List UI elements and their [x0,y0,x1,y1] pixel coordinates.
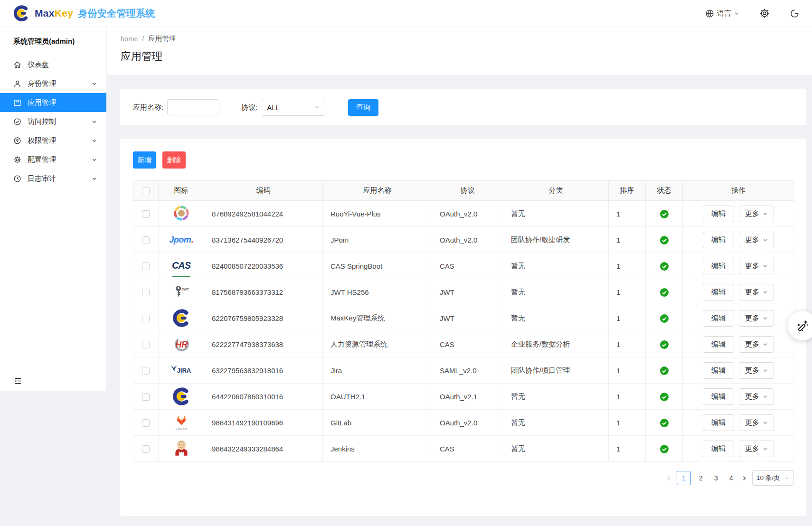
sidebar-item-audit-logs[interactable]: 日志审计 [0,169,106,188]
magic-wand-icon [796,319,809,332]
more-button[interactable]: 更多 [739,310,774,327]
more-button[interactable]: 更多 [739,362,774,379]
pagination-page-4[interactable]: 4 [726,474,736,482]
more-button[interactable]: 更多 [739,336,774,353]
edit-button[interactable]: 编辑 [703,414,734,431]
sidebar-item-configuration[interactable]: 配置管理 [0,150,106,169]
brand-max: Max [35,8,55,19]
row-checkbox[interactable] [142,315,150,322]
sidebar-item-applications[interactable]: 应用管理 [0,93,106,112]
row-checkbox[interactable] [142,263,150,270]
app-sort: 1 [609,279,646,305]
permission-icon [13,137,21,145]
edit-button[interactable]: 编辑 [703,284,734,301]
search-button[interactable]: 查询 [348,99,378,116]
more-button[interactable]: 更多 [739,232,774,248]
row-checkbox[interactable] [142,236,150,244]
row-checkbox[interactable] [142,419,150,427]
sidebar-item-dashboard[interactable]: 仪表盘 [0,55,106,74]
row-checkbox[interactable] [142,341,150,348]
row-checkbox[interactable] [142,445,150,453]
sidebar-item-identity[interactable]: 身份管理 [0,74,106,93]
sidebar-item-label: 仪表盘 [28,60,49,69]
sidebar-item-permissions[interactable]: 权限管理 [0,131,106,150]
edit-button[interactable]: 编辑 [703,232,734,248]
table-row: JWT 817568793663373312 JWT HS256 JWT 暂无 … [133,279,794,305]
table-row: JIRA 632279563832918016 Jira SAML_v2.0 团… [133,357,794,384]
pagination-prev-icon[interactable] [666,475,672,481]
menu-fold-icon[interactable] [13,376,106,385]
more-button[interactable]: 更多 [739,414,774,431]
select-all-header [133,181,159,201]
row-checkbox[interactable] [142,289,150,296]
page-size-value: 10 条/页 [756,474,780,482]
more-button[interactable]: 更多 [739,441,774,457]
status-enabled-icon [660,236,669,244]
jira-logo-icon: JIRA [169,359,194,381]
pagination-page-1[interactable]: 1 [677,471,691,485]
page-header: home / 应用管理 应用管理 [107,27,812,75]
protocol-select[interactable]: ALL [262,99,325,116]
app-name: MaxKey管理系统 [323,305,432,331]
edit-button[interactable]: 编辑 [703,388,734,405]
column-code: 编码 [204,181,323,201]
app-protocol: OAuth_v2.1 [432,384,503,410]
app-sort: 1 [609,331,646,357]
table-row: 986432249333284864 Jenkins CAS 暂无 1 编辑 更… [133,436,794,462]
more-button[interactable]: 更多 [739,284,774,301]
app-code: 817568793663373312 [204,279,323,305]
pagination-page-3[interactable]: 3 [711,474,721,482]
status-enabled-icon [660,262,669,271]
chevron-down-icon [92,157,97,162]
jenkins-logo-icon [171,437,191,459]
gitlab-logo-icon: GitLab [171,411,191,433]
chevron-down-icon [763,368,768,373]
app-protocol: CAS [432,331,503,357]
row-checkbox[interactable] [142,393,150,401]
app-sort: 1 [609,384,646,410]
app-code: 632279563832918016 [204,357,323,384]
app-protocol: JWT [432,305,503,331]
filter-card: 应用名称: 协议: ALL 查询 [120,89,806,125]
edit-button[interactable]: 编辑 [703,362,734,379]
jwt-logo-icon: JWT [171,281,191,303]
sidebar-item-access-control[interactable]: 访问控制 [0,112,106,131]
edit-button[interactable]: 编辑 [703,258,734,274]
chevron-down-icon [734,11,739,16]
app-name: Jira [323,357,432,384]
logout-icon[interactable] [790,9,800,19]
more-button[interactable]: 更多 [739,388,774,405]
language-switcher[interactable]: 语言 [705,9,739,18]
app-name: JPom [323,227,432,253]
app-category: 团队协作/敏捷研发 [503,227,609,253]
edit-button[interactable]: 编辑 [703,310,734,327]
edit-button[interactable]: 编辑 [703,336,734,353]
pagination-page-2[interactable]: 2 [696,474,706,482]
more-button[interactable]: 更多 [739,206,774,222]
add-button[interactable]: 新增 [133,151,156,169]
row-checkbox[interactable] [142,367,150,375]
edit-button[interactable]: 编辑 [703,206,734,222]
chevron-down-icon [763,316,768,321]
chevron-down-icon [92,81,97,86]
app-name-input[interactable] [167,99,219,115]
select-all-checkbox[interactable] [142,188,150,195]
app-category: 暂无 [503,201,609,227]
column-sort: 排序 [609,181,646,201]
sidebar-item-label: 配置管理 [28,155,56,164]
app-protocol: CAS [432,436,503,462]
language-label: 语言 [717,9,731,18]
sidebar-item-label: 日志审计 [28,174,56,183]
table-row: CAS 824008507220033536 CAS SpringBoot CA… [133,253,794,279]
delete-button[interactable]: 删除 [162,151,186,169]
row-checkbox[interactable] [142,210,150,218]
pagination-next-icon[interactable] [741,475,747,481]
settings-gear-icon[interactable] [759,8,770,19]
more-button[interactable]: 更多 [739,258,774,274]
page-size-select[interactable]: 10 条/页 [752,470,794,486]
app-category: 团队协作/项目管理 [503,357,609,384]
globe-icon [705,9,714,18]
edit-button[interactable]: 编辑 [703,441,734,457]
breadcrumb-home[interactable]: home [121,35,138,43]
chevron-down-icon [763,420,768,425]
